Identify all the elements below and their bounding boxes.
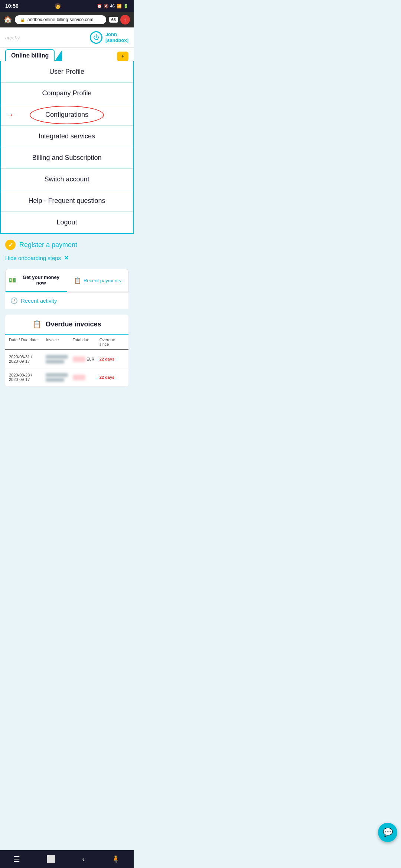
status-bar: 10:56 🧑 ⏰ 🔇 4G 📶 🔋 xyxy=(0,0,134,12)
tab-recent-payments[interactable]: 📋 Recent payments xyxy=(67,269,128,292)
app-logo: app by xyxy=(5,35,20,40)
clock-icon: 🕐 xyxy=(10,297,18,304)
row2-invoice xyxy=(46,373,71,382)
url-bar[interactable]: 🔒 andbox.online-billing-service.com xyxy=(15,15,106,24)
overdue-title: Overdue invoices xyxy=(45,320,101,328)
table-row: 2020-08-23 /2020-09-17 #### 22 days xyxy=(5,368,128,387)
person-icon: 🧑 xyxy=(55,3,61,9)
invoice-icon: 📋 xyxy=(32,320,42,329)
row2-overdue: 22 days xyxy=(100,375,125,379)
recent-activity-label: Recent activity xyxy=(21,297,57,304)
browser-actions: 66 ↑ xyxy=(109,15,130,24)
menu-item-billing-subscription[interactable]: Billing and Subscription xyxy=(1,147,133,169)
signal-icon: 📶 xyxy=(117,4,122,9)
money-icon: 💵 xyxy=(9,277,16,284)
billing-tab[interactable]: Online billing xyxy=(5,49,55,61)
user-section: ⏻ John [sandbox] xyxy=(90,31,128,44)
table-row: 2020-08-31 /2020-09-17 #### EUR 22 days xyxy=(5,350,128,368)
menu-item-configurations[interactable]: → Configurations xyxy=(1,104,133,126)
tab-count[interactable]: 66 xyxy=(109,17,118,23)
col-overdue: Overdue since xyxy=(100,338,125,346)
app-header: app by ⏻ John [sandbox] xyxy=(0,27,134,48)
menu-item-company-profile[interactable]: Company Profile xyxy=(1,83,133,104)
menu-item-user-profile[interactable]: User Profile xyxy=(1,61,133,83)
status-time: 10:56 xyxy=(5,3,19,9)
table-header: Date / Due date Invoice Total due Overdu… xyxy=(5,335,128,350)
user-sandbox: [sandbox] xyxy=(105,37,128,43)
menu-item-integrated-services[interactable]: Integrated services xyxy=(1,126,133,147)
row1-overdue: 22 days xyxy=(100,357,125,361)
col-total: Total due xyxy=(73,338,98,346)
row2-total: #### xyxy=(73,375,98,380)
lock-icon: 🔒 xyxy=(20,17,25,22)
overdue-section: 📋 Overdue invoices Date / Due date Invoi… xyxy=(5,315,128,387)
mute-icon: 🔇 xyxy=(104,4,109,9)
page-content: ✓ Register a payment Hide onboarding ste… xyxy=(0,234,134,392)
billing-tab-area: Online billing + xyxy=(0,48,134,61)
browser-home-button[interactable]: 🏠 xyxy=(4,16,12,24)
overdue-header: 📋 Overdue invoices xyxy=(5,315,128,335)
arrow-indicator: → xyxy=(6,110,14,120)
menu-item-help[interactable]: Help - Frequent questions xyxy=(1,190,133,212)
status-icons: ⏰ 🔇 4G 📶 🔋 xyxy=(97,4,128,9)
payments-icon: 📋 xyxy=(74,277,81,284)
row1-date: 2020-08-31 /2020-09-17 xyxy=(9,355,44,364)
user-name: John xyxy=(105,32,128,37)
battery-icon: 🔋 xyxy=(123,4,128,9)
alarm-icon: ⏰ xyxy=(97,4,102,9)
tab-get-money-now[interactable]: 💵 Get your money now xyxy=(6,269,67,292)
check-icon: ✓ xyxy=(5,240,16,250)
power-button[interactable]: ⏻ xyxy=(90,31,102,44)
register-payment-row[interactable]: ✓ Register a payment xyxy=(5,240,128,250)
menu-item-logout[interactable]: Logout xyxy=(1,212,133,233)
hide-onboarding-label: Hide onboarding steps xyxy=(5,255,61,261)
yellow-action-button[interactable]: + xyxy=(117,52,128,61)
col-date: Date / Due date xyxy=(9,338,44,346)
menu-item-switch-account[interactable]: Switch account xyxy=(1,169,133,190)
url-text: andbox.online-billing-service.com xyxy=(27,17,93,22)
row2-date: 2020-08-23 /2020-09-17 xyxy=(9,373,44,382)
close-icon[interactable]: ✕ xyxy=(64,254,69,262)
tab-triangle xyxy=(55,50,62,61)
row1-invoice xyxy=(46,355,71,364)
browser-bar: 🏠 🔒 andbox.online-billing-service.com 66… xyxy=(0,12,134,27)
tabs-row: 💵 Get your money now 📋 Recent payments xyxy=(5,269,128,292)
network-icon: 4G xyxy=(110,4,115,8)
recent-activity-row[interactable]: 🕐 Recent activity xyxy=(5,292,128,309)
dropdown-menu: User Profile Company Profile → Configura… xyxy=(0,61,134,234)
row1-total: #### EUR xyxy=(73,356,98,362)
col-invoice: Invoice xyxy=(46,338,71,346)
upload-button[interactable]: ↑ xyxy=(120,15,130,24)
register-payment-label: Register a payment xyxy=(19,241,77,249)
hide-onboarding-row[interactable]: Hide onboarding steps ✕ xyxy=(5,254,128,262)
